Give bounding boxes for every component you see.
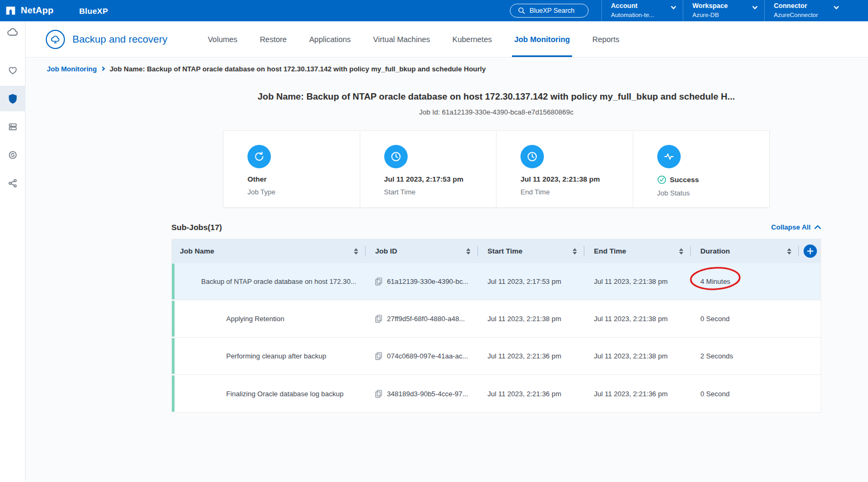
sidebar-item-sync[interactable] [0, 142, 26, 168]
success-check-icon [657, 175, 666, 184]
sub-job-start-time: Jul 11 2023, 2:21:36 pm [478, 390, 584, 398]
clock-icon [384, 145, 408, 168]
account-label: Account [611, 3, 677, 10]
copy-icon[interactable] [375, 277, 382, 285]
sub-job-name: Performing cleanup after backup [172, 352, 366, 360]
sub-job-id: 27ff9d5f-68f0-4880-a48... [387, 315, 465, 323]
table-row[interactable]: Performing cleanup after backup 074c0689… [172, 338, 821, 375]
sub-job-start-time: Jul 11 2023, 2:21:38 pm [478, 315, 584, 323]
service-header: Backup and recovery Volumes Restore Appl… [26, 21, 868, 58]
sort-icon[interactable] [354, 248, 358, 255]
sub-job-end-time: Jul 11 2023, 2:21:38 pm [584, 315, 691, 323]
start-time-label: Start Time [384, 188, 497, 196]
workspace-menu[interactable]: Workspace Azure-DB [683, 0, 764, 21]
column-header-job-id[interactable]: Job ID [366, 239, 478, 263]
top-navigation-bar: NetApp BlueXP BlueXP Search Account Auto… [0, 0, 868, 21]
job-summary-card: Other Job Type Jul 11 2023, 2:17:53 pm S… [223, 130, 770, 208]
tab-virtual-machines[interactable]: Virtual Machines [373, 21, 430, 57]
left-sidebar [0, 21, 26, 482]
sort-icon[interactable] [466, 248, 470, 255]
sub-job-id: 348189d3-90b5-4cce-97... [387, 390, 468, 398]
tab-kubernetes[interactable]: Kubernetes [452, 21, 492, 57]
sort-icon[interactable] [787, 248, 791, 255]
netapp-brand: NetApp [5, 5, 54, 16]
sub-job-id: 074c0689-097e-41aa-ac... [387, 352, 468, 360]
collapse-all-button[interactable]: Collapse All [771, 223, 821, 231]
end-time-label: End Time [520, 188, 633, 196]
column-header-start-time[interactable]: Start Time [478, 239, 584, 263]
tab-restore[interactable]: Restore [260, 21, 287, 57]
top-menus: Account Automation-te... Workspace Azure… [601, 0, 846, 21]
main-content: Job Monitoring Job Name: Backup of NTAP … [26, 58, 868, 482]
copy-icon[interactable] [375, 390, 382, 398]
connector-label: Connector [774, 3, 840, 10]
job-status-value: Success [670, 176, 699, 184]
sub-job-name: Applying Retention [172, 315, 366, 323]
job-status-label: Job Status [657, 189, 770, 197]
account-value: Automation-te... [611, 11, 677, 19]
collapse-all-label: Collapse All [771, 223, 811, 231]
sidebar-item-protection[interactable] [0, 86, 26, 111]
pulse-icon [657, 145, 681, 168]
sub-job-duration: 2 Seconds [700, 352, 733, 360]
sub-job-duration: 4 Minutes [700, 277, 730, 285]
column-header-end-time[interactable]: End Time [584, 239, 691, 263]
brand-name: NetApp [21, 5, 54, 16]
workspace-label: Workspace [692, 3, 759, 10]
sub-job-end-time: Jul 11 2023, 2:21:36 pm [584, 390, 691, 398]
start-time-value: Jul 11 2023, 2:17:53 pm [384, 175, 497, 183]
table-row[interactable]: Finalizing Oracle database log backup 34… [172, 375, 821, 412]
share-nodes-icon [7, 178, 18, 189]
add-column-button[interactable] [804, 244, 817, 258]
account-menu[interactable]: Account Automation-te... [601, 0, 683, 21]
tab-reports[interactable]: Reports [592, 21, 619, 57]
tab-applications[interactable]: Applications [309, 21, 351, 57]
sidebar-item-health[interactable] [0, 58, 26, 83]
sub-job-name: Backup of NTAP oracle database on host 1… [172, 277, 366, 285]
table-header-row: Job Name Job ID Start Time End Time Dura… [172, 239, 821, 263]
plus-icon [807, 248, 814, 255]
product-name: BlueXP [79, 6, 108, 15]
servers-icon [7, 121, 18, 132]
summary-end-time: Jul 11 2023, 2:21:38 pm End Time [496, 131, 633, 207]
sub-job-id: 61a12139-330e-4390-bc... [387, 277, 468, 285]
sidebar-item-storage[interactable] [0, 21, 26, 43]
column-header-duration[interactable]: Duration [691, 239, 799, 263]
bluexp-search[interactable]: BlueXP Search [510, 4, 589, 18]
sub-job-name: Finalizing Oracle database log backup [172, 390, 366, 398]
sort-icon[interactable] [573, 248, 577, 255]
service-title: Backup and recovery [72, 34, 168, 45]
table-row[interactable]: Backup of NTAP oracle database on host 1… [172, 263, 821, 300]
breadcrumb-job-monitoring-link[interactable]: Job Monitoring [47, 65, 97, 73]
sub-job-end-time: Jul 11 2023, 2:21:38 pm [584, 352, 691, 360]
column-header-job-name[interactable]: Job Name [172, 239, 366, 263]
sub-job-duration: 0 Second [700, 390, 730, 398]
heart-icon [7, 65, 18, 76]
backup-recovery-logo-icon [46, 30, 65, 49]
netapp-logo-icon [5, 5, 16, 16]
workspace-value: Azure-DB [692, 11, 759, 19]
copy-icon[interactable] [375, 352, 382, 360]
service-tabs: Volumes Restore Applications Virtual Mac… [208, 21, 619, 57]
sidebar-item-share[interactable] [0, 170, 26, 196]
sidebar-item-on-prem[interactable] [0, 114, 26, 140]
refresh-icon [247, 145, 271, 168]
copy-icon[interactable] [375, 315, 382, 323]
sort-icon[interactable] [679, 248, 683, 255]
connector-menu[interactable]: Connector AzureConnector [764, 0, 846, 21]
summary-start-time: Jul 11 2023, 2:17:53 pm Start Time [360, 131, 497, 207]
search-icon [518, 7, 525, 14]
end-time-value: Jul 11 2023, 2:21:38 pm [520, 175, 633, 183]
cloud-icon [7, 26, 19, 38]
job-type-value: Other [247, 175, 360, 183]
summary-job-status: Success Job Status [633, 131, 770, 207]
tab-volumes[interactable]: Volumes [208, 21, 238, 57]
sub-jobs-heading: Sub-Jobs(17) [171, 223, 222, 232]
job-id-text: Job Id: 61a12139-330e-4390-bca8-e7d15680… [171, 108, 821, 116]
tab-job-monitoring[interactable]: Job Monitoring [514, 21, 570, 57]
job-type-label: Job Type [247, 188, 360, 196]
table-row[interactable]: Applying Retention 27ff9d5f-68f0-4880-a4… [172, 300, 821, 338]
clock-icon [520, 145, 544, 168]
chevron-right-icon [101, 67, 105, 71]
shield-icon [7, 93, 18, 104]
